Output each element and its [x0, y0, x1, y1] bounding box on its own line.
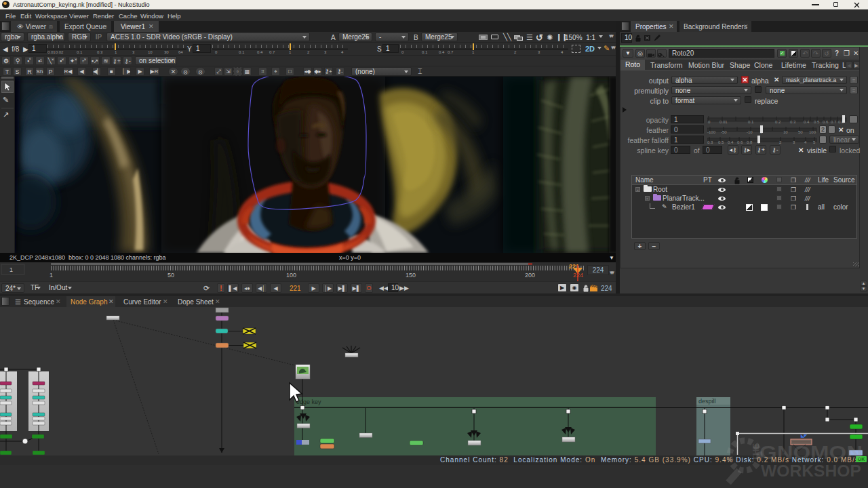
svg-text:200: 200 — [525, 272, 535, 279]
svg-text:50: 50 — [167, 272, 174, 279]
svg-text:4: 4 — [341, 50, 344, 54]
svg-text:0.6: 0.6 — [823, 120, 829, 124]
svg-text:-50: -50 — [721, 130, 727, 134]
svg-text:10: 10 — [148, 50, 153, 54]
svg-text:1: 1 — [50, 272, 53, 279]
svg-text:-10: -10 — [747, 130, 753, 134]
svg-text:2: 2 — [514, 50, 517, 54]
svg-text:0.5: 0.5 — [718, 140, 724, 144]
svg-text:50: 50 — [798, 130, 803, 134]
svg-text:0.4: 0.4 — [439, 50, 445, 54]
svg-text:0.1: 0.1 — [239, 50, 245, 54]
svg-text:0.1: 0.1 — [748, 120, 754, 124]
svg-text:100: 100 — [286, 272, 296, 279]
svg-text:1: 1 — [289, 50, 292, 54]
svg-text:0.5: 0.5 — [814, 120, 820, 124]
svg-text:0.1: 0.1 — [422, 50, 428, 54]
svg-text:despill: despill — [698, 398, 716, 405]
svg-text:1: 1 — [9, 266, 13, 273]
svg-text:150: 150 — [406, 272, 416, 279]
svg-text:0.4: 0.4 — [728, 140, 734, 144]
svg-text:0.010.02: 0.010.02 — [47, 50, 64, 54]
svg-text:GNOMON: GNOMON — [760, 443, 863, 463]
svg-text:0.7: 0.7 — [448, 50, 454, 54]
svg-text:3: 3 — [324, 50, 327, 54]
svg-text:0.3: 0.3 — [97, 50, 103, 54]
svg-text:3: 3 — [538, 50, 540, 54]
svg-text:0.3: 0.3 — [707, 140, 713, 144]
svg-text:0.4: 0.4 — [257, 50, 263, 54]
svg-text:10: 10 — [783, 130, 788, 134]
svg-text:2: 2 — [307, 50, 310, 54]
svg-text:0.8: 0.8 — [747, 140, 753, 144]
svg-text:4: 4 — [561, 50, 564, 54]
svg-text:edge key: edge key — [296, 399, 321, 405]
svg-text:0.1: 0.1 — [77, 50, 83, 54]
svg-text:0.3: 0.3 — [790, 120, 796, 124]
svg-text:-100: -100 — [707, 130, 716, 134]
svg-text:0.01: 0.01 — [719, 120, 728, 124]
svg-text:30: 30 — [164, 50, 169, 54]
svg-text:0.2: 0.2 — [775, 120, 781, 124]
svg-text:0.6: 0.6 — [737, 140, 743, 144]
svg-text:0: 0 — [215, 50, 218, 54]
svg-text:0.7: 0.7 — [269, 50, 275, 54]
svg-text:0.7: 0.7 — [831, 120, 837, 124]
svg-text:3: 3 — [132, 50, 135, 54]
svg-text:1: 1 — [115, 50, 117, 54]
svg-text:WORKSHOP: WORKSHOP — [761, 462, 861, 480]
svg-text:64: 64 — [178, 50, 183, 54]
svg-text:1: 1 — [472, 50, 475, 54]
svg-text:0: 0 — [401, 50, 404, 54]
svg-text:0.4: 0.4 — [804, 120, 810, 124]
svg-text:100: 100 — [809, 130, 816, 134]
